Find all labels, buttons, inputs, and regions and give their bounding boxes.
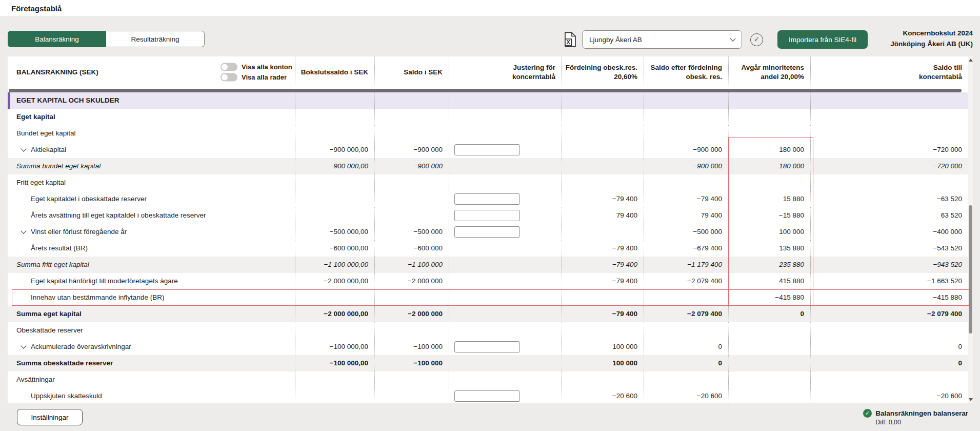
cell-justering [449, 174, 562, 191]
cell-boksluts: −1 100 000,00 [295, 257, 374, 273]
cell-boksluts: −2 000 000,00 [295, 306, 374, 322]
row-label: Avsättningar [16, 371, 55, 388]
cell-justering [449, 158, 562, 174]
scroll-up-icon[interactable] [969, 58, 973, 62]
tab-balansrakning[interactable]: Balansräkning [8, 31, 106, 47]
cell-saldo_efter [644, 92, 728, 109]
cell-saldo [374, 388, 449, 403]
toggle-visa-alla-rader[interactable]: Visa alla rader [221, 73, 292, 82]
balance-diff: Diff: 0,00 [875, 419, 968, 426]
row-label: Eget kapital [16, 109, 55, 125]
cell-saldo [374, 125, 449, 142]
cell-fordelning: −79 400 [562, 273, 644, 289]
col-header-fordelning: Fördelning obesk.res. 20,60% [562, 56, 644, 88]
balance-status: ✓ Balansräkningen balanserar Diff: 0,00 [863, 409, 968, 426]
toggle-visa-alla-konton[interactable]: Visa alla konton [221, 63, 292, 72]
cell-justering [449, 125, 562, 142]
cell-boksluts [295, 125, 374, 142]
chevron-down-icon[interactable] [21, 228, 26, 233]
cell-fordelning [562, 125, 644, 142]
cell-saldo_till [810, 92, 968, 109]
cell-boksluts: −100 000,00 [295, 339, 374, 355]
cell-saldo: −1 100 000 [374, 257, 449, 273]
cell-saldo_efter: −900 000 [644, 142, 728, 158]
cell-saldo_efter [644, 289, 728, 306]
table-row: Summa bundet eget kapital−900 000,00−900… [8, 158, 968, 174]
row-label: Obeskattade reserver [16, 322, 83, 339]
page-title: Företagstablå [0, 0, 980, 13]
table-row: Eget kapital [8, 109, 968, 125]
table-row: Årets avsättning till eget kapitaldel i … [8, 207, 968, 224]
company-select[interactable]: Ljungby Åkeri AB [582, 30, 742, 49]
cell-saldo_till: −943 520 [810, 257, 968, 273]
cell-boksluts: −600 000,00 [295, 240, 374, 257]
cell-fordelning: −79 400 [562, 257, 644, 273]
cell-avgar [728, 109, 810, 125]
cell-avgar: 0 [728, 306, 810, 322]
table-row: Ackumulerade överavskrivningar−100 000,0… [8, 339, 968, 355]
table-row: Fritt eget kapital [8, 174, 968, 191]
row-label: Summa bundet eget kapital [16, 158, 101, 174]
cell-justering [449, 322, 562, 339]
cell-avgar: 100 000 [728, 224, 810, 240]
section-row: EGET KAPITAL OCH SKULDER [8, 92, 968, 109]
cell-boksluts [295, 322, 374, 339]
adjustment-input[interactable] [454, 341, 520, 352]
cell-justering [449, 339, 562, 355]
row-label: Innehav utan bestämmande inflytande (BR) [22, 289, 164, 306]
cell-boksluts [295, 371, 374, 388]
toggle-off-icon [221, 73, 237, 82]
svg-text:X: X [567, 39, 570, 45]
col-header-justering: Justering för koncerntablå [449, 56, 562, 88]
adjustment-input[interactable] [454, 144, 520, 155]
cell-justering [449, 92, 562, 109]
cell-avgar: 180 000 [728, 158, 810, 174]
chevron-down-icon[interactable] [21, 146, 26, 151]
consolidation-app: Företagstablå Balansräkning Resultaträkn… [0, 0, 980, 431]
cell-saldo_till: 0 [810, 355, 968, 371]
settings-button[interactable]: Inställningar [17, 409, 83, 425]
scrollbar-thumb[interactable] [969, 205, 972, 334]
cell-saldo [374, 191, 449, 207]
balance-sheet-table: BALANSRÄKNING (SEK) Visa alla konton Vis… [8, 56, 973, 403]
table-row: Eget kapital hänförligt till moderföreta… [8, 273, 968, 289]
row-label: Bundet eget kapital [16, 125, 76, 142]
tab-resultatrakning[interactable]: Resultaträkning [106, 31, 205, 47]
col-header-avgar-minoritet: Avgår minoritetens andel 20,00% [728, 56, 810, 88]
chevron-down-icon[interactable] [21, 343, 26, 348]
row-label: Summa eget kapital [16, 306, 82, 322]
cell-fordelning: 100 000 [562, 355, 644, 371]
cell-boksluts [295, 191, 374, 207]
import-sie4-button[interactable]: Importera från SIE4-fil [777, 30, 868, 49]
company-valid-check-icon: ✓ [750, 33, 763, 46]
cell-saldo_till: −400 000 [810, 224, 968, 240]
cell-saldo_till: −1 663 520 [810, 273, 968, 289]
cell-avgar [728, 174, 810, 191]
cell-avgar [728, 355, 810, 371]
cell-fordelning: −79 400 [562, 240, 644, 257]
adjustment-input[interactable] [454, 193, 520, 205]
cell-saldo: −900 000 [374, 142, 449, 158]
cell-saldo_till: −543 520 [810, 240, 968, 257]
adjustment-input[interactable] [454, 210, 520, 221]
cell-saldo_till [810, 109, 968, 125]
adjustment-input[interactable] [454, 226, 520, 238]
row-label: Ackumulerade överavskrivningar [31, 339, 131, 355]
excel-export-icon[interactable]: X [564, 32, 576, 47]
cell-saldo_efter: 0 [644, 355, 728, 371]
cell-fordelning [562, 224, 644, 240]
cell-saldo_efter: −900 000 [644, 158, 728, 174]
scroll-down-icon[interactable] [969, 398, 973, 401]
cell-fordelning: −20 600 [562, 388, 644, 403]
cell-boksluts [295, 92, 374, 109]
horizontal-scrollbar[interactable] [9, 89, 962, 92]
cell-saldo_efter: −20 600 [644, 388, 728, 403]
table-row: Uppskjuten skatteskuld−20 600−20 600−20 … [8, 388, 968, 403]
cell-saldo: −500 000 [374, 224, 449, 240]
cell-boksluts: −900 000,00 [295, 142, 374, 158]
adjustment-input[interactable] [454, 390, 520, 402]
cell-saldo_efter [644, 174, 728, 191]
cell-saldo_till: −2 079 400 [810, 306, 968, 322]
vertical-scrollbar[interactable] [968, 56, 973, 403]
cell-saldo [374, 92, 449, 109]
